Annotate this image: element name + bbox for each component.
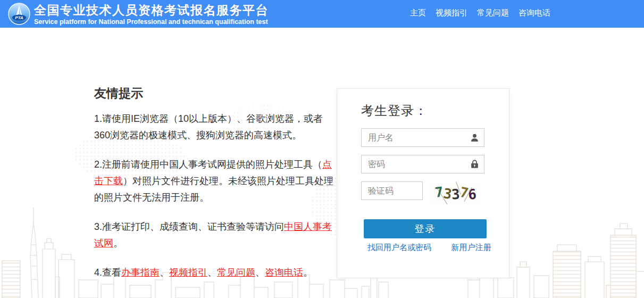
nav-link-2[interactable]: 视频指引 xyxy=(436,8,467,17)
username-field xyxy=(361,128,484,147)
tips-paragraph: 2.注册前请使用中国人事考试网提供的照片处理工具（点击下载）对照片文件进行处理。… xyxy=(94,156,334,206)
captcha-field xyxy=(361,181,423,200)
nav-link-4[interactable]: 咨询电话 xyxy=(518,8,550,17)
user-icon xyxy=(470,133,480,143)
tips-link[interactable]: 中国人事考试网 xyxy=(94,221,332,249)
login-panel: 考生登录： 73376 登录 找回用户名或密码 新用户注册 xyxy=(337,88,509,278)
captcha-image[interactable]: 73376 xyxy=(430,184,481,202)
tips-link[interactable]: 咨询电话 xyxy=(265,267,303,278)
register-link[interactable]: 新用户注册 xyxy=(451,243,491,252)
logo-text: PTA xyxy=(15,15,23,20)
password-input[interactable] xyxy=(361,155,484,173)
nav-link-3[interactable]: 常见问题 xyxy=(477,8,509,17)
header-nav: 主页视频指引常见问题咨询电话 xyxy=(400,8,550,18)
tips-link[interactable]: 常见问题 xyxy=(217,267,255,278)
password-field xyxy=(361,155,484,173)
lock-icon xyxy=(470,159,480,169)
tips-paragraph: 3.准考证打印、成绩查询、证书查验等请访问中国人事考试网。 xyxy=(94,219,334,252)
tips-paragraph: 1.请使用IE浏览器（10以上版本）、谷歌浏览器，或者360浏览器的极速模式、搜… xyxy=(94,111,334,144)
tips-title: 友情提示 xyxy=(94,85,334,102)
site-subtitle: Service platform for National Profession… xyxy=(34,18,269,26)
tips-paragraphs: 1.请使用IE浏览器（10以上版本）、谷歌浏览器，或者360浏览器的极速模式、搜… xyxy=(94,111,334,281)
header: PTA 全国专业技术人员资格考试报名服务平台 Service platform … xyxy=(0,0,644,28)
tips-link[interactable]: 视频指引 xyxy=(169,267,207,278)
captcha-digit: 6 xyxy=(468,187,478,201)
site-title-block: 全国专业技术人员资格考试报名服务平台 Service platform for … xyxy=(34,3,269,26)
login-button[interactable]: 登录 xyxy=(364,219,487,238)
tips-paragraph: 4.查看办事指南、视频指引、常见问题、咨询电话。 xyxy=(94,264,334,281)
tips-link[interactable]: 点击下载 xyxy=(94,159,332,186)
captcha-input[interactable] xyxy=(361,181,423,200)
username-input[interactable] xyxy=(361,128,484,147)
site-title: 全国专业技术人员资格考试报名服务平台 xyxy=(34,3,269,18)
login-title: 考生登录： xyxy=(361,102,428,119)
site-logo-icon: PTA xyxy=(7,2,31,26)
login-panel-links: 找回用户名或密码 新用户注册 xyxy=(367,243,500,253)
tips-section: 友情提示 1.请使用IE浏览器（10以上版本）、谷歌浏览器，或者360浏览器的极… xyxy=(94,85,334,294)
tips-link[interactable]: 办事指南 xyxy=(121,267,160,278)
nav-link-1[interactable]: 主页 xyxy=(410,8,426,17)
forgot-credentials-link[interactable]: 找回用户名或密码 xyxy=(367,243,431,252)
